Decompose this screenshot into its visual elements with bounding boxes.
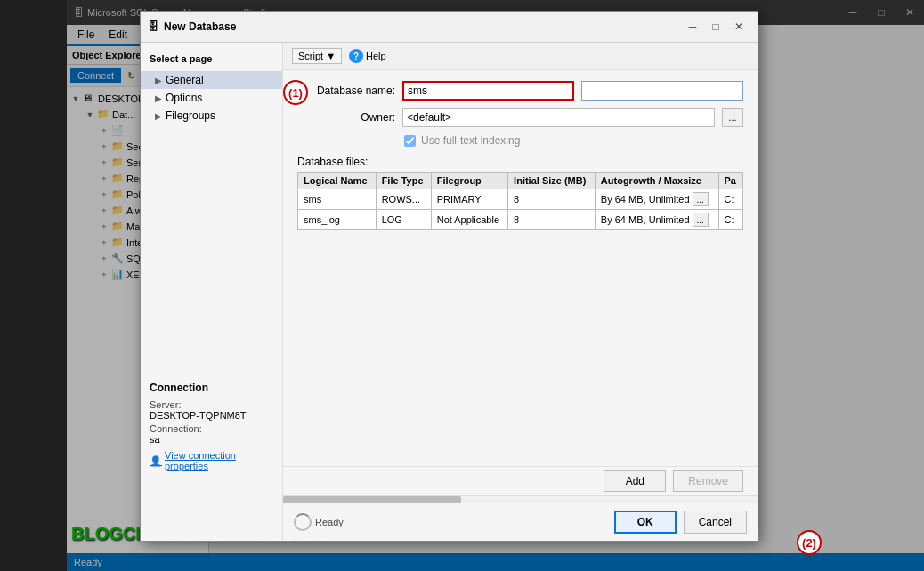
dialog-close-btn[interactable]: ✕ bbox=[727, 17, 750, 36]
footer-buttons: OK Cancel bbox=[614, 511, 747, 534]
dialog-title-container: 🗄 New Database bbox=[148, 20, 236, 33]
owner-browse-btn[interactable]: ... bbox=[722, 108, 743, 127]
dialog-footer: Ready OK Cancel bbox=[283, 503, 758, 541]
connection-server-row: Server: DESKTOP-TQPNM8T bbox=[150, 399, 274, 421]
cell-autogrowth-1: By 64 MB, Unlimited ... bbox=[595, 189, 718, 210]
table-row[interactable]: sms_log LOG Not Applicable 8 By 64 MB, U… bbox=[298, 210, 743, 230]
fulltext-row: Use full-text indexing bbox=[297, 134, 743, 147]
dialog-left-panel: Select a page ▶ General ▶ Options ▶ File… bbox=[141, 43, 283, 541]
help-button[interactable]: ? Help bbox=[349, 49, 386, 63]
db-name-input[interactable] bbox=[402, 81, 574, 101]
cell-filegroup-1: PRIMARY bbox=[431, 189, 507, 210]
cell-initial-size-1: 8 bbox=[508, 189, 596, 210]
col-logical-name: Logical Name bbox=[298, 173, 377, 189]
cell-autogrowth-2: By 64 MB, Unlimited ... bbox=[595, 210, 718, 230]
table-row[interactable]: sms ROWS... PRIMARY 8 By 64 MB, Unlimite… bbox=[298, 189, 743, 210]
view-connection-link[interactable]: 👤 View connection properties bbox=[150, 450, 274, 471]
col-filegroup: Filegroup bbox=[431, 173, 507, 189]
page-label-filegroups: Filegroups bbox=[166, 109, 215, 122]
db-files-label: Database files: bbox=[297, 156, 743, 168]
add-remove-row: Add Remove bbox=[283, 466, 758, 495]
db-files-thead: Logical Name File Type Filegroup Initial… bbox=[298, 173, 743, 189]
owner-label: Owner: bbox=[297, 111, 395, 124]
db-name-extra-field[interactable] bbox=[581, 81, 744, 101]
page-item-filegroups[interactable]: ▶ Filegroups bbox=[141, 107, 282, 125]
page-arrow-options: ▶ bbox=[155, 93, 162, 103]
page-item-options[interactable]: ▶ Options bbox=[141, 89, 282, 107]
ready-spinner bbox=[294, 513, 312, 531]
horizontal-scrollbar[interactable] bbox=[283, 495, 758, 503]
connection-login-value: sa bbox=[150, 434, 274, 445]
page-item-general[interactable]: ▶ General bbox=[141, 71, 282, 89]
db-name-label: Database name: bbox=[297, 84, 395, 97]
autogrowth-btn-2[interactable]: ... bbox=[693, 213, 709, 227]
connection-server-label: Server: bbox=[150, 399, 274, 410]
cell-initial-size-2: 8 bbox=[508, 210, 596, 230]
page-label-general: General bbox=[166, 74, 204, 86]
add-button[interactable]: Add bbox=[604, 470, 666, 492]
cell-logical-name-2: sms_log bbox=[298, 210, 377, 230]
connection-login-row: Connection: sa bbox=[150, 423, 274, 445]
cell-file-type-1: ROWS... bbox=[376, 189, 431, 210]
ready-text: Ready bbox=[315, 517, 344, 527]
view-connection-icon: 👤 bbox=[150, 455, 162, 467]
db-name-row: Database name: bbox=[297, 81, 743, 101]
help-icon: ? bbox=[349, 49, 363, 63]
step1-indicator: (1) bbox=[283, 80, 308, 105]
fulltext-label: Use full-text indexing bbox=[421, 134, 520, 147]
connection-section: Connection Server: DESKTOP-TQPNM8T Conne… bbox=[141, 374, 283, 479]
owner-input[interactable] bbox=[402, 108, 715, 127]
script-button[interactable]: Script ▼ bbox=[292, 48, 342, 64]
cell-logical-name-1: sms bbox=[298, 189, 377, 210]
dialog-minimize-btn[interactable]: ─ bbox=[681, 17, 704, 36]
new-database-dialog: 🗄 New Database ─ □ ✕ Select a page ▶ Gen… bbox=[140, 11, 758, 542]
dialog-title-text: New Database bbox=[164, 20, 236, 33]
col-path: Pa bbox=[718, 173, 743, 189]
db-files-table-container: Logical Name File Type Filegroup Initial… bbox=[297, 172, 743, 230]
connection-login-label: Connection: bbox=[150, 423, 274, 434]
remove-button[interactable]: Remove bbox=[673, 470, 743, 492]
step2-indicator: (2) bbox=[797, 530, 822, 555]
table-header-row: Logical Name File Type Filegroup Initial… bbox=[298, 173, 743, 189]
view-connection-text: View connection properties bbox=[165, 450, 274, 471]
script-toolbar: Script ▼ ? Help bbox=[283, 43, 758, 70]
ok-button[interactable]: OK bbox=[614, 511, 677, 534]
scrollbar-thumb[interactable] bbox=[283, 496, 461, 503]
script-dropdown-icon: ▼ bbox=[326, 51, 336, 61]
cell-filegroup-2: Not Applicable bbox=[431, 210, 507, 230]
dialog-body: Select a page ▶ General ▶ Options ▶ File… bbox=[141, 43, 758, 541]
cancel-button[interactable]: Cancel bbox=[684, 511, 747, 534]
script-label: Script bbox=[298, 51, 323, 61]
col-initial-size: Initial Size (MB) bbox=[508, 173, 596, 189]
select-page-title: Select a page bbox=[141, 50, 282, 71]
db-files-table: Logical Name File Type Filegroup Initial… bbox=[297, 172, 743, 230]
dialog-right-panel: Script ▼ ? Help Database name: Ow bbox=[283, 43, 758, 541]
page-label-options: Options bbox=[166, 92, 202, 104]
help-label: Help bbox=[366, 51, 386, 61]
col-file-type: File Type bbox=[376, 173, 431, 189]
dialog-icon: 🗄 bbox=[148, 20, 158, 33]
cell-path-2: C: bbox=[718, 210, 743, 230]
cell-file-type-2: LOG bbox=[376, 210, 431, 230]
col-autogrowth: Autogrowth / Maxsize bbox=[595, 173, 718, 189]
dialog-restore-btn[interactable]: □ bbox=[704, 17, 727, 36]
dialog-win-controls: ─ □ ✕ bbox=[681, 17, 750, 36]
fulltext-checkbox[interactable] bbox=[404, 135, 416, 147]
connection-title: Connection bbox=[150, 382, 274, 394]
owner-row: Owner: ... bbox=[297, 108, 743, 127]
db-files-tbody: sms ROWS... PRIMARY 8 By 64 MB, Unlimite… bbox=[298, 189, 743, 230]
connection-server-value: DESKTOP-TQPNM8T bbox=[150, 410, 274, 421]
page-arrow-general: ▶ bbox=[155, 76, 162, 85]
autogrowth-btn-1[interactable]: ... bbox=[693, 192, 709, 206]
page-arrow-filegroups: ▶ bbox=[155, 111, 162, 121]
form-area: Database name: Owner: ... Use full-text … bbox=[283, 70, 758, 466]
ready-indicator: Ready bbox=[294, 513, 344, 531]
cell-path-1: C: bbox=[718, 189, 743, 210]
dialog-titlebar: 🗄 New Database ─ □ ✕ bbox=[141, 12, 758, 43]
